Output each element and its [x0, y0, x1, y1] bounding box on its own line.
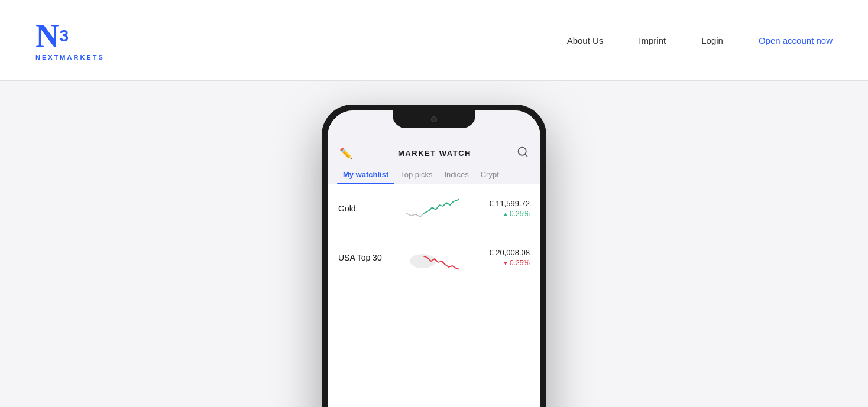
phone-screen: ✏️ MARKET WATCH My watchlist Top picks [328, 110, 540, 407]
stock-item-gold[interactable]: Gold € 11,599.72 [328, 184, 540, 233]
tab-my-watchlist[interactable]: My watchlist [337, 165, 394, 184]
tab-top-picks[interactable]: Top picks [394, 165, 438, 184]
nav: About Us Imprint Login Open account now [567, 35, 833, 45]
nav-open-account[interactable]: Open account now [759, 35, 833, 45]
logo-n: N [35, 19, 58, 53]
phone-notch-area [328, 110, 540, 140]
stock-price-usa: € 20,008.08 [474, 248, 530, 257]
nav-about[interactable]: About Us [567, 35, 604, 45]
phone-mockup: ✏️ MARKET WATCH My watchlist Top picks [307, 105, 561, 407]
stock-change-value-gold: 0.25% [510, 210, 530, 218]
main-content: ✏️ MARKET WATCH My watchlist Top picks [0, 81, 868, 407]
app-tabs: My watchlist Top picks Indices Crypt [328, 165, 540, 184]
app-header: ✏️ MARKET WATCH [328, 140, 540, 165]
edit-icon[interactable]: ✏️ [339, 147, 352, 160]
app-content: ✏️ MARKET WATCH My watchlist Top picks [328, 140, 540, 407]
phone-camera [431, 116, 437, 122]
stock-change-value-usa: 0.25% [510, 259, 530, 267]
stock-price-gold: € 11,599.72 [474, 199, 530, 208]
up-arrow-gold: ▲ [503, 211, 509, 217]
stock-price-area-gold: € 11,599.72 ▲ 0.25% [474, 199, 530, 218]
stock-name-usa: USA Top 30 [338, 253, 391, 262]
stock-change-gold: ▲ 0.25% [474, 210, 530, 218]
stock-item-usa-top-30[interactable]: USA Top 30 € 20,008.08 [328, 233, 540, 282]
logo-icon: N3 [35, 19, 69, 53]
app-title: MARKET WATCH [352, 149, 517, 158]
stock-chart-usa [391, 243, 474, 272]
logo-sup: 3 [59, 28, 69, 44]
tab-crypto[interactable]: Crypt [475, 165, 505, 184]
phone-notch [393, 110, 475, 128]
tab-indices[interactable]: Indices [439, 165, 475, 184]
svg-line-1 [525, 154, 527, 157]
stock-name-gold: Gold [338, 204, 391, 213]
phone-device: ✏️ MARKET WATCH My watchlist Top picks [322, 105, 546, 407]
down-arrow-usa: ▼ [503, 260, 509, 266]
stock-price-area-usa: € 20,008.08 ▼ 0.25% [474, 248, 530, 267]
nav-imprint[interactable]: Imprint [639, 35, 666, 45]
stock-change-usa: ▼ 0.25% [474, 259, 530, 267]
header: N3 NEXTMARKETS About Us Imprint Login Op… [0, 0, 868, 81]
nav-login[interactable]: Login [701, 35, 723, 45]
stock-list: Gold € 11,599.72 [328, 184, 540, 407]
search-icon[interactable] [517, 146, 529, 161]
logo-text: NEXTMARKETS [35, 54, 105, 61]
stock-chart-gold [391, 194, 474, 223]
logo[interactable]: N3 NEXTMARKETS [35, 19, 105, 61]
